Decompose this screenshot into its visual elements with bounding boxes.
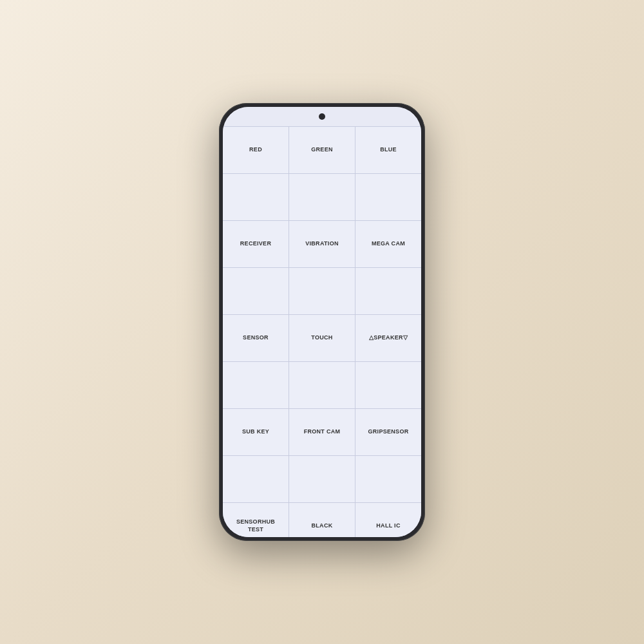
empty-cell-10 [223, 456, 289, 502]
mega-cam-button[interactable]: MEGA CAM [355, 221, 421, 267]
green-button[interactable]: GREEN [289, 127, 355, 173]
sensor-button[interactable]: SENSOR [223, 315, 289, 361]
touch-button[interactable]: TOUCH [289, 315, 355, 361]
empty-cell-5 [289, 268, 355, 314]
empty-cell-9 [355, 362, 421, 408]
phone-device: RED GREEN BLUE RECEIVER VIBRATION MEGA C… [219, 103, 425, 541]
black-button[interactable]: BLACK [289, 503, 355, 537]
empty-cell-1 [223, 174, 289, 220]
red-button[interactable]: RED [223, 127, 289, 173]
empty-cell-7 [223, 362, 289, 408]
speaker-button[interactable]: △SPEAKER▽ [355, 315, 421, 361]
empty-cell-2 [289, 174, 355, 220]
empty-cell-6 [355, 268, 421, 314]
empty-cell-3 [355, 174, 421, 220]
phone-screen: RED GREEN BLUE RECEIVER VIBRATION MEGA C… [223, 107, 421, 537]
screen-content: RED GREEN BLUE RECEIVER VIBRATION MEGA C… [223, 126, 421, 537]
front-cam-button[interactable]: FRONT CAM [289, 409, 355, 455]
test-menu-grid: RED GREEN BLUE RECEIVER VIBRATION MEGA C… [223, 126, 421, 537]
notch-area [223, 107, 421, 126]
empty-cell-11 [289, 456, 355, 502]
sensorhub-test-button[interactable]: SENSORHUBTEST [223, 503, 289, 537]
receiver-button[interactable]: RECEIVER [223, 221, 289, 267]
empty-cell-12 [355, 456, 421, 502]
sub-key-button[interactable]: SUB KEY [223, 409, 289, 455]
gripsensor-button[interactable]: GRIPSENSOR [355, 409, 421, 455]
front-camera-dot [319, 113, 325, 120]
blue-button[interactable]: BLUE [355, 127, 421, 173]
hall-ic-button[interactable]: HALL IC [355, 503, 421, 537]
empty-cell-4 [223, 268, 289, 314]
empty-cell-8 [289, 362, 355, 408]
vibration-button[interactable]: VIBRATION [289, 221, 355, 267]
